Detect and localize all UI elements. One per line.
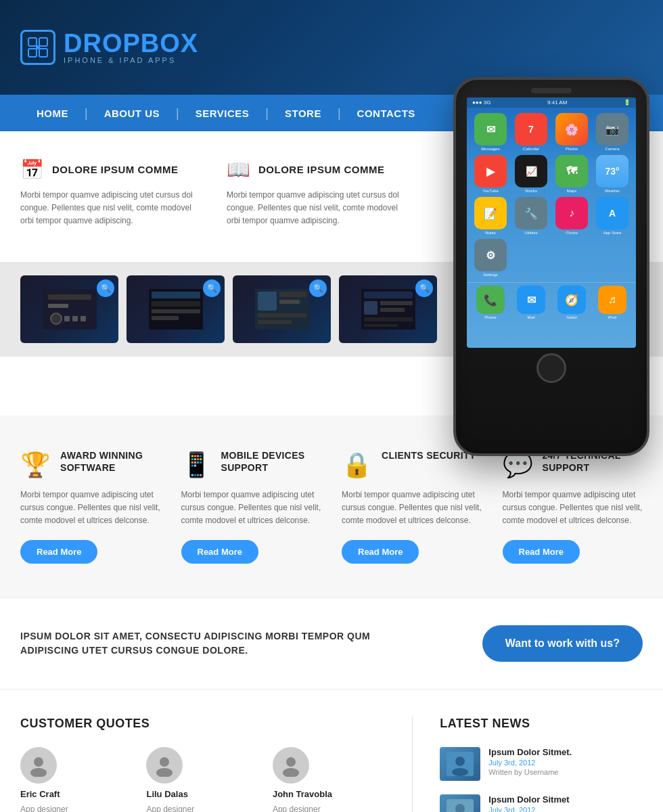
feature-card-3-header: 🔒 CLIENTS SECURITY [342,449,482,479]
feature-card-2-title: MOBILE DEVICES SUPPORT [221,449,322,474]
svg-point-30 [34,757,43,767]
svg-point-34 [286,757,296,767]
screenshot-3-search[interactable]: 🔍 [309,279,327,297]
quote-role-3: App designer [273,805,321,812]
screenshot-1-search[interactable]: 🔍 [97,279,114,297]
svg-rect-22 [258,320,292,324]
quotes-grid: Eric Craft App designer 𝕏 f Lilu Dalas A… [20,747,385,812]
quote-card-3: John Travobla App designer 𝕏 f [273,747,385,812]
news-content-2: Ipsum Dolor Sitmet July 3rd, 2012 Writte… [488,794,569,812]
app-photos: 🌸Photos [553,113,590,151]
svg-rect-13 [152,292,200,298]
app-maps: 🗺Maps [553,155,590,193]
feature-card-2-text: Morbi tempor quamve adipiscing utet curs… [181,489,322,528]
dock-mail: ✉Mail [517,286,545,319]
logo-container: DROPBOX IPHONE & IPAD APPS [20,30,198,65]
phone-home-button[interactable] [536,353,566,383]
logo-text: DROPBOX IPHONE & IPAD APPS [64,30,198,64]
news-section-title: LATEST NEWS [440,717,643,731]
nav-store[interactable]: STORE [269,95,338,131]
svg-point-8 [51,313,62,324]
app-appstore: AApp Store [594,197,631,235]
svg-rect-15 [152,309,200,313]
app-empty2 [553,239,590,277]
svg-rect-25 [364,301,378,315]
screenshot-2-search[interactable]: 🔍 [203,279,221,297]
bottom-section: CUSTOMER QUOTES Eric Craft App designer … [0,690,663,812]
svg-rect-16 [152,316,179,320]
hero-features: 📅 DOLORE IPSUM COMME Morbi tempor quamve… [20,158,413,228]
quote-role-1: App designer [20,805,68,812]
quotes-section-title: CUSTOMER QUOTES [20,717,385,731]
dock-ipod: ♬iPod [598,286,626,319]
news-date-2: July 3rd, 2012 [488,806,569,812]
app-utilities: 🔧Utilities [513,197,549,235]
phone-screen: ●●● 3G 9:41 AM 🔋 ✉Messages 7Calendar 🌸Ph… [467,97,636,348]
svg-rect-28 [364,317,413,321]
quote-name-3: John Travobla [273,789,332,799]
read-more-btn-1[interactable]: Read More [20,540,97,564]
news-section: LATEST NEWS Ipsum Dolor Sitmet. July 3rd… [440,717,643,812]
quote-name-2: Lilu Dalas [146,789,187,799]
phone-mockup: ●●● 3G 9:41 AM 🔋 ✉Messages 7Calendar 🌸Ph… [453,77,649,456]
svg-rect-24 [364,292,413,298]
phone-signal: ●●● 3G [472,99,490,106]
phone-time: 9:41 AM [547,99,567,106]
quote-avatar-3 [273,747,309,784]
screenshot-3[interactable]: 🔍 [233,275,331,343]
news-content-1: Ipsum Dolor Sitmet. July 3rd, 2012 Writt… [488,747,572,776]
app-empty3 [594,239,631,277]
feature-card-1-header: 🏆 AWARD WINNING SOFTWARE [20,449,161,479]
quote-role-2: App designer [146,805,194,812]
nav-items: HOME | ABOUT US | SERVICES | STORE | CON… [20,95,432,131]
quotes-section: CUSTOMER QUOTES Eric Craft App designer … [20,717,385,812]
screenshot-4-search[interactable]: 🔍 [415,279,433,297]
svg-point-32 [160,757,169,767]
hero-feature-2: 📖 DOLORE IPSUM COMME Morbi tempor quamve… [227,158,413,228]
svg-point-35 [283,768,299,777]
svg-point-38 [452,768,468,776]
logo-subtitle: IPHONE & IPAD APPS [64,56,198,64]
screenshot-1[interactable]: 🔍 [20,275,118,343]
svg-rect-18 [258,292,277,311]
phone-status-bar: ●●● 3G 9:41 AM 🔋 [467,97,636,108]
feature-1-text: Morbi tempor quamve adipiscing utet curs… [20,189,206,228]
quote-name-1: Eric Craft [20,789,60,799]
screenshot-2[interactable]: 🔍 [127,275,225,343]
read-more-btn-2[interactable]: Read More [181,540,258,564]
svg-rect-29 [364,324,398,327]
svg-point-4 [36,45,40,49]
dock-phone: 📞Phone [476,286,505,319]
hero-content: 📅 DOLORE IPSUM COMME Morbi tempor quamve… [0,131,433,255]
nav-services[interactable]: SERVICES [179,95,266,131]
feature-card-3-text: Morbi tempor quamve adipiscing utet curs… [342,489,482,528]
quote-avatar-1 [20,747,57,784]
cta-button[interactable]: Want to work with us? [482,625,643,662]
app-settings: ⚙Settings [472,239,509,277]
news-item-2: Ipsum Dolor Sitmet July 3rd, 2012 Writte… [440,794,643,812]
app-weather: 73°Weather [594,155,631,193]
svg-rect-20 [279,300,300,304]
svg-point-31 [30,768,47,777]
svg-rect-9 [64,316,70,321]
app-youtube: ▶YouTube [472,155,509,193]
cta-section: IPSUM DOLOR SIT AMET, CONSECTU ADIPISCIN… [0,597,663,690]
quote-card-2: Lilu Dalas App designer 𝕏 f [146,747,258,812]
screenshot-4[interactable]: 🔍 [339,275,437,343]
feature-card-4: 💬 24/7 TECHNICAL SUPPORT Morbi tempor qu… [503,449,643,564]
read-more-btn-3[interactable]: Read More [342,540,419,564]
nav-about[interactable]: ABOUT US [88,95,176,131]
nav-contacts[interactable]: CONTACTS [341,95,432,131]
quote-avatar-2 [146,747,183,784]
news-date-1: July 3rd, 2012 [488,759,572,767]
svg-rect-14 [152,301,200,307]
nav-home[interactable]: HOME [20,95,85,131]
lock-icon: 🔒 [342,451,372,479]
feature-card-3-title: CLIENTS SECURITY [382,449,476,461]
hero-feature-2-header: 📖 DOLORE IPSUM COMME [227,158,413,181]
feature-card-2: 📱 MOBILE DEVICES SUPPORT Morbi tempor qu… [181,449,322,564]
news-title-1: Ipsum Dolor Sitmet. [488,747,572,757]
app-calendar: 7Calendar [513,113,549,151]
svg-rect-1 [39,38,47,46]
read-more-btn-4[interactable]: Read More [503,540,580,564]
